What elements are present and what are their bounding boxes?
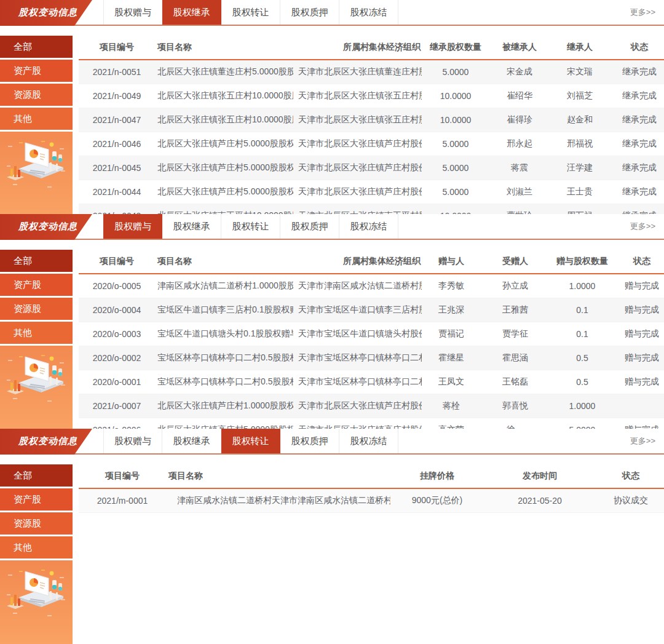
- sidebar-item-1[interactable]: 全部: [0, 250, 73, 274]
- sidebar-item-1[interactable]: 全部: [0, 464, 73, 488]
- sidebar-item-4[interactable]: 其他: [0, 108, 73, 132]
- table-cell: 天津市宝坻区林亭口镇林亭口二村...: [293, 346, 422, 370]
- tab-1-active[interactable]: 股权赠与: [103, 214, 162, 239]
- column-header: 项目编号: [79, 464, 166, 488]
- table-cell: 赠与完成: [615, 418, 664, 429]
- section-header: 股权变动信息 股权赠与股权继承股权转让股权质押股权冻结 更多>>: [0, 429, 664, 455]
- tab-4[interactable]: 股权质押: [280, 429, 339, 453]
- table-row[interactable]: 2021/n-0043北辰区大张庄镇南王平村10.0000股股权继...天津市北…: [79, 204, 664, 215]
- column-header: 所属村集体经济组织: [293, 36, 422, 60]
- tab-4[interactable]: 股权质押: [280, 214, 339, 239]
- sidebar-item-2[interactable]: 资产股: [0, 274, 73, 298]
- table-cell: 宝坻区牛道口镇李三店村0.1股股权赠与项目: [155, 298, 293, 322]
- category-sidebar: 全部资产股资源股其他: [0, 250, 73, 429]
- column-header: 挂牌价格: [390, 464, 484, 488]
- table-row[interactable]: 2021/n-0046北辰区大张庄镇芦庄村5.0000股股权继承...天津市北辰…: [79, 132, 664, 156]
- section-equity-gift: 股权变动信息 股权赠与股权继承股权转让股权质押股权冻结 更多>> 全部资产股资源…: [0, 214, 664, 429]
- table-row[interactable]: 2021/n-0047北辰区大张庄镇张五庄村10.0000股股权继...天津市北…: [79, 108, 664, 132]
- table-row[interactable]: 2020/o-0004宝坻区牛道口镇李三店村0.1股股权赠与项目天津市宝坻区牛道…: [79, 298, 664, 322]
- table-cell: 0.1: [550, 298, 615, 322]
- column-header: 项目编号: [79, 36, 155, 60]
- sidebar-item-1[interactable]: 全部: [0, 36, 73, 60]
- table-cell: 赵金和: [550, 108, 610, 132]
- sidebar-item-4[interactable]: 其他: [0, 536, 73, 560]
- sidebar-menu: 全部资产股资源股其他: [0, 250, 73, 346]
- table-row[interactable]: 2021/n-0045北辰区大张庄镇芦庄村5.0000股股权继承...天津市北辰…: [79, 156, 664, 180]
- section-body: 全部资产股资源股其他: [0, 250, 664, 429]
- sidebar-item-3[interactable]: 资源股: [0, 298, 73, 322]
- table-cell: 王雅茜: [481, 298, 550, 322]
- table-cell: 王铭磊: [481, 370, 550, 394]
- header-row: 项目编号项目名称挂牌价格发布时间状态: [79, 464, 664, 488]
- table-cell: 宋金成: [489, 60, 550, 84]
- tab-2-active[interactable]: 股权继承: [162, 0, 221, 25]
- sidebar-item-2[interactable]: 资产股: [0, 488, 73, 512]
- table-row[interactable]: 2021/n-0049北辰区大张庄镇张五庄村10.0000股股权继...天津市北…: [79, 84, 664, 108]
- tab-2[interactable]: 股权继承: [162, 429, 221, 453]
- column-header: 继承人: [550, 36, 610, 60]
- sidebar-menu: 全部资产股资源股其他: [0, 36, 73, 132]
- table-cell: 北辰区大张庄镇芦庄村5.0000股股权继承...: [155, 156, 293, 180]
- table-cell: 贾福记: [422, 322, 481, 346]
- more-link[interactable]: 更多>>: [630, 214, 655, 239]
- table-head: 项目编号项目名称所属村集体经济组织赠与人受赠人赠与股权数量状态: [79, 250, 664, 274]
- table-cell: 2021-05-20: [484, 488, 596, 513]
- table-cell: 蒋震: [489, 156, 550, 180]
- table-cell: 2021/n-0046: [79, 132, 155, 156]
- table-cell: 天津市北辰区大张庄镇芦庄村股份...: [293, 394, 422, 418]
- table-cell: 继承完成: [610, 84, 664, 108]
- tab-1[interactable]: 股权赠与: [103, 0, 162, 25]
- table-cell: 协议成交: [596, 488, 664, 513]
- table-row[interactable]: 2021/m-0001津南区咸水沽镇二道桥村天津市津南区咸水沽镇二道桥村股份经.…: [79, 488, 664, 513]
- table-cell: 继承完成: [610, 180, 664, 204]
- sidebar-item-3[interactable]: 资源股: [0, 84, 73, 108]
- column-header: 项目名称: [155, 250, 293, 274]
- sidebar-item-4[interactable]: 其他: [0, 322, 73, 346]
- table-cell: 1.0000: [550, 274, 615, 298]
- tab-5[interactable]: 股权冻结: [339, 0, 398, 25]
- table-cell: 北辰区大张庄镇芦庄村5.0000股股权继承...: [155, 180, 293, 204]
- table-cell: 崔得珍: [489, 108, 550, 132]
- more-link[interactable]: 更多>>: [630, 0, 655, 25]
- table-cell: 2020/o-0001: [79, 370, 155, 394]
- tab-3[interactable]: 股权转让: [221, 0, 280, 25]
- more-link[interactable]: 更多>>: [630, 429, 655, 453]
- gift-table: 项目编号项目名称所属村集体经济组织赠与人受赠人赠与股权数量状态 2020/o-0…: [79, 250, 664, 429]
- sidebar-item-3[interactable]: 资源股: [0, 512, 73, 536]
- table-cell: 5.0000: [422, 60, 489, 84]
- table-row[interactable]: 2021/o-0007北辰区大张庄镇芦庄村1.0000股股权赠与...天津市北辰…: [79, 394, 664, 418]
- section-body: 全部资产股资源股其他: [0, 36, 664, 214]
- tab-4[interactable]: 股权质押: [280, 0, 339, 25]
- column-header: 状态: [615, 250, 664, 274]
- table-cell: 2021/n-0049: [79, 84, 155, 108]
- column-header: 状态: [610, 36, 664, 60]
- table-cell: 天津市北辰区大张庄镇高庄村股份...: [293, 418, 422, 429]
- table-row[interactable]: 2020/o-0001宝坻区林亭口镇林亭口二村0.5股股权赠与...天津市宝坻区…: [79, 370, 664, 394]
- section-equity-transfer: 股权变动信息 股权赠与股权继承股权转让股权质押股权冻结 更多>> 全部资产股资源…: [0, 429, 664, 644]
- table-row[interactable]: 2021/n-0044北辰区大张庄镇芦庄村5.0000股股权继承...天津市北辰…: [79, 180, 664, 204]
- table-cell: 天津市北辰区大张庄镇南王平村股...: [293, 204, 422, 215]
- tab-3-active[interactable]: 股权转让: [221, 429, 280, 453]
- table-cell: 汪学建: [550, 156, 610, 180]
- table-cell: 曹世珍: [489, 204, 550, 215]
- tab-5[interactable]: 股权冻结: [339, 429, 398, 453]
- tab-1[interactable]: 股权赠与: [103, 429, 162, 453]
- tab-3[interactable]: 股权转让: [221, 214, 280, 239]
- table-row[interactable]: 2020/o-0003宝坻区牛道口镇塘头村0.1股股权赠与项目天津市宝坻区牛道口…: [79, 322, 664, 346]
- table-cell: 赠与完成: [615, 370, 664, 394]
- table-cell: 霍思涵: [481, 346, 550, 370]
- table-cell: 王士贵: [550, 180, 610, 204]
- table-row[interactable]: 2020/o-0005津南区咸水沽镇二道桥村1.0000股股权赠...天津市津南…: [79, 274, 664, 298]
- table-cell: 继承完成: [610, 204, 664, 215]
- table-cell: [615, 394, 664, 418]
- tab-5[interactable]: 股权冻结: [339, 214, 398, 239]
- table-cell: 赠与完成: [615, 274, 664, 298]
- table-row[interactable]: 2020/o-0002宝坻区林亭口镇林亭口二村0.5股股权赠与...天津市宝坻区…: [79, 346, 664, 370]
- table-body: 2020/o-0005津南区咸水沽镇二道桥村1.0000股股权赠...天津市津南…: [79, 274, 664, 429]
- table-row[interactable]: 2021/n-0051北辰区大张庄镇董连庄村5.0000股股权继...天津市北辰…: [79, 60, 664, 84]
- table-cell: 天津市津南区咸水沽镇二道桥村股...: [293, 274, 422, 298]
- table-row[interactable]: 2021/o-0006北辰区大张庄镇高庄村5.0000股股权赠与...天津市北辰…: [79, 418, 664, 429]
- tab-2[interactable]: 股权继承: [162, 214, 221, 239]
- sidebar-item-2[interactable]: 资产股: [0, 60, 73, 84]
- table-cell: 继承完成: [610, 132, 664, 156]
